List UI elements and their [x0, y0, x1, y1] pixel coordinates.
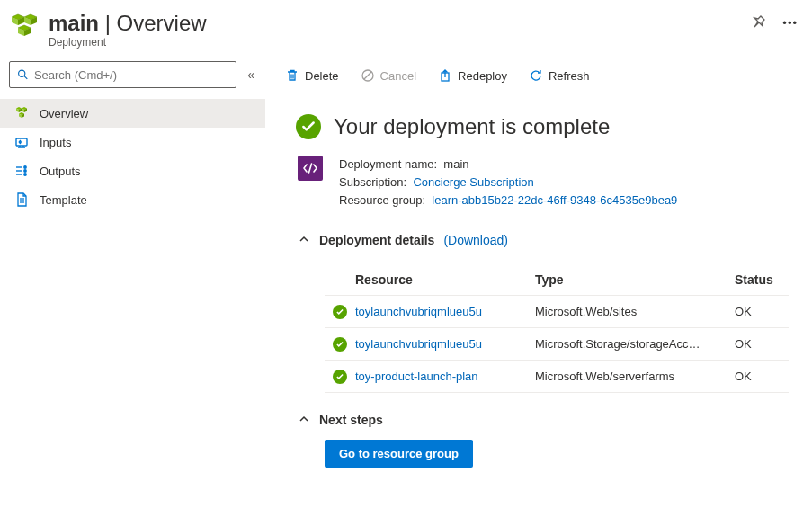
sidebar-item-label: Overview — [40, 107, 88, 120]
section-title: Deployment details — [319, 233, 434, 247]
page-subtitle: Deployment — [49, 36, 743, 49]
template-icon — [14, 192, 29, 207]
sidebar-item-overview[interactable]: Overview — [0, 99, 265, 128]
deployment-summary: Deployment name: main Subscription: Conc… — [298, 156, 789, 209]
deployment-details-table: Resource Type Status toylaunchvubriqmlue… — [325, 263, 789, 393]
toolbar-label: Redeploy — [458, 69, 507, 83]
trash-icon — [285, 68, 299, 83]
sidebar-item-label: Outputs — [40, 165, 81, 178]
resource-link[interactable]: toy-product-launch-plan — [355, 370, 535, 383]
resource-type: Microsoft.Web/sites — [535, 305, 735, 318]
more-icon[interactable]: ••• — [782, 16, 798, 30]
refresh-icon — [529, 68, 543, 83]
status-row: Your deployment is complete — [296, 114, 789, 139]
redeploy-icon — [438, 68, 452, 83]
deployment-details-section: Deployment details (Download) Resource T… — [298, 229, 789, 393]
status-ok-icon — [333, 305, 347, 319]
toolbar: Delete Cancel Redeploy Refresh — [265, 58, 812, 94]
svg-line-10 — [24, 76, 27, 79]
search-row: « — [0, 58, 265, 97]
sidebar-nav: Overview Inputs — [0, 97, 265, 214]
delete-button[interactable]: Delete — [276, 65, 348, 86]
sidebar-item-label: Inputs — [40, 136, 71, 149]
resource-type: Microsoft.Storage/storageAcc… — [535, 337, 735, 351]
go-to-resource-group-button[interactable]: Go to resource group — [325, 440, 473, 468]
svg-line-31 — [364, 72, 371, 79]
sidebar-item-outputs[interactable]: Outputs — [0, 156, 265, 185]
sidebar-item-label: Template — [40, 193, 87, 207]
table-row: toylaunchvubriqmlueu5u Microsoft.Storage… — [325, 328, 789, 361]
resource-status: OK — [735, 370, 789, 383]
status-ok-icon — [333, 370, 347, 384]
content-area: Your deployment is complete Deployment n… — [265, 94, 812, 508]
cancel-icon — [361, 68, 375, 83]
table-row: toylaunchvubriqmlueu5u Microsoft.Web/sit… — [325, 296, 789, 328]
arm-template-icon — [298, 156, 323, 181]
next-steps-header[interactable]: Next steps — [298, 409, 789, 431]
next-steps-section: Next steps Go to resource group — [298, 409, 789, 468]
resource-status: OK — [735, 337, 789, 351]
chevron-up-icon — [298, 414, 310, 427]
status-title: Your deployment is complete — [334, 114, 610, 139]
resource-link[interactable]: toylaunchvubriqmlueu5u — [355, 305, 535, 318]
outputs-icon — [14, 164, 29, 178]
header-actions: ••• — [752, 14, 798, 31]
toolbar-label: Cancel — [380, 69, 416, 83]
table-header-row: Resource Type Status — [325, 263, 789, 296]
search-box[interactable] — [9, 61, 236, 88]
collapse-sidebar-icon[interactable]: « — [244, 64, 258, 85]
col-resource: Resource — [355, 272, 535, 287]
resource-type: Microsoft.Web/serverfarms — [535, 370, 735, 383]
download-link[interactable]: (Download) — [443, 233, 508, 247]
header-text-block: main | Overview Deployment — [49, 11, 743, 49]
pin-icon[interactable] — [752, 14, 766, 31]
toolbar-label: Delete — [305, 69, 339, 83]
resource-group-label: Resource group: — [339, 193, 425, 207]
svg-point-26 — [24, 174, 26, 175]
section-title: Next steps — [319, 413, 383, 427]
svg-point-24 — [24, 170, 26, 172]
svg-point-9 — [19, 70, 25, 76]
deployment-summary-text: Deployment name: main Subscription: Conc… — [339, 156, 677, 209]
resource-link[interactable]: toylaunchvubriqmlueu5u — [355, 337, 535, 351]
chevron-up-icon — [298, 234, 310, 247]
sidebar-item-template[interactable]: Template — [0, 185, 265, 214]
overview-icon — [14, 106, 29, 120]
deployment-name-label: Deployment name: — [339, 157, 437, 171]
status-ok-icon — [333, 337, 347, 352]
col-status: Status — [735, 272, 789, 287]
resource-status: OK — [735, 305, 789, 318]
page-header: main | Overview Deployment ••• — [0, 0, 812, 58]
success-check-icon — [296, 114, 321, 139]
sidebar-item-inputs[interactable]: Inputs — [0, 128, 265, 156]
col-type: Type — [535, 272, 735, 287]
deployment-details-header[interactable]: Deployment details (Download) — [298, 229, 789, 251]
svg-point-22 — [24, 166, 26, 168]
search-input[interactable] — [34, 68, 228, 82]
refresh-button[interactable]: Refresh — [520, 65, 599, 86]
main-content: Delete Cancel Redeploy Refresh — [265, 58, 812, 508]
sidebar: « Overview Inputs — [0, 58, 265, 508]
deployment-name-value: main — [443, 157, 468, 171]
toolbar-label: Refresh — [549, 69, 590, 83]
table-row: toy-product-launch-plan Microsoft.Web/se… — [325, 361, 789, 393]
inputs-icon — [14, 135, 29, 149]
subscription-label: Subscription: — [339, 175, 406, 189]
subscription-link[interactable]: Concierge Subscription — [413, 175, 533, 189]
cancel-button: Cancel — [352, 65, 425, 86]
redeploy-button[interactable]: Redeploy — [429, 65, 516, 86]
resource-group-link[interactable]: learn-abb15b22-22dc-46ff-9348-6c4535e9be… — [432, 193, 677, 207]
search-icon — [17, 68, 29, 81]
deployment-cubes-icon — [9, 13, 40, 43]
page-title: main | Overview — [49, 11, 743, 36]
